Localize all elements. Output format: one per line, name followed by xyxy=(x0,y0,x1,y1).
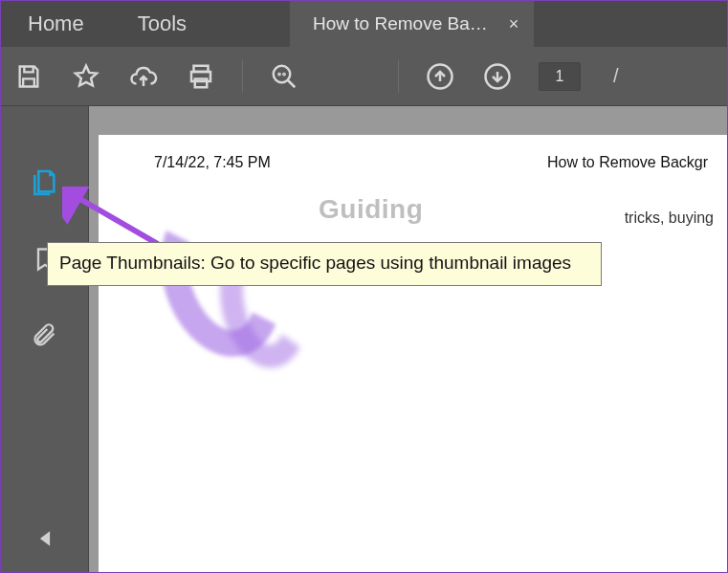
page-up-icon[interactable] xyxy=(424,60,456,93)
toolbar-separator xyxy=(242,60,243,93)
toolbar: 1 / xyxy=(1,47,727,106)
svg-point-5 xyxy=(278,73,279,74)
side-panel xyxy=(1,106,89,572)
svg-line-9 xyxy=(72,194,158,244)
svg-point-6 xyxy=(283,73,284,74)
search-icon[interactable] xyxy=(268,60,300,93)
page-down-icon[interactable] xyxy=(481,60,514,93)
tab-tools[interactable]: Tools xyxy=(111,1,213,47)
logo-text: Guiding xyxy=(319,194,423,225)
tagline-text: tricks, buying xyxy=(625,209,714,227)
save-icon[interactable] xyxy=(12,60,45,93)
logo-graphic xyxy=(154,187,307,387)
tab-bar: Home Tools How to Remove Ba… × xyxy=(1,1,727,47)
print-icon[interactable] xyxy=(185,60,217,93)
page-header-right: How to Remove Backgr xyxy=(547,154,708,171)
svg-line-4 xyxy=(288,79,296,87)
cloud-upload-icon[interactable] xyxy=(127,60,160,93)
collapse-panel-icon[interactable] xyxy=(37,530,53,551)
toolbar-separator xyxy=(398,60,399,93)
close-tab-button[interactable]: × xyxy=(505,12,523,36)
thumbnails-icon[interactable] xyxy=(28,165,62,200)
thumbnails-tooltip: Page Thumbnails: Go to specific pages us… xyxy=(47,242,602,286)
tab-document-title: How to Remove Ba… xyxy=(313,13,488,34)
document-page: 7/14/22, 7:45 PM How to Remove Backgr Gu… xyxy=(99,135,727,572)
page-timestamp: 7/14/22, 7:45 PM xyxy=(154,154,271,171)
document-viewport[interactable]: 7/14/22, 7:45 PM How to Remove Backgr Gu… xyxy=(89,106,727,572)
star-icon[interactable] xyxy=(70,60,102,93)
attachment-icon[interactable] xyxy=(28,319,62,353)
svg-point-3 xyxy=(274,65,291,82)
page-separator: / xyxy=(613,65,619,87)
tab-home[interactable]: Home xyxy=(1,1,111,47)
tab-document[interactable]: How to Remove Ba… × xyxy=(290,1,534,47)
page-number-input[interactable]: 1 xyxy=(539,62,581,91)
